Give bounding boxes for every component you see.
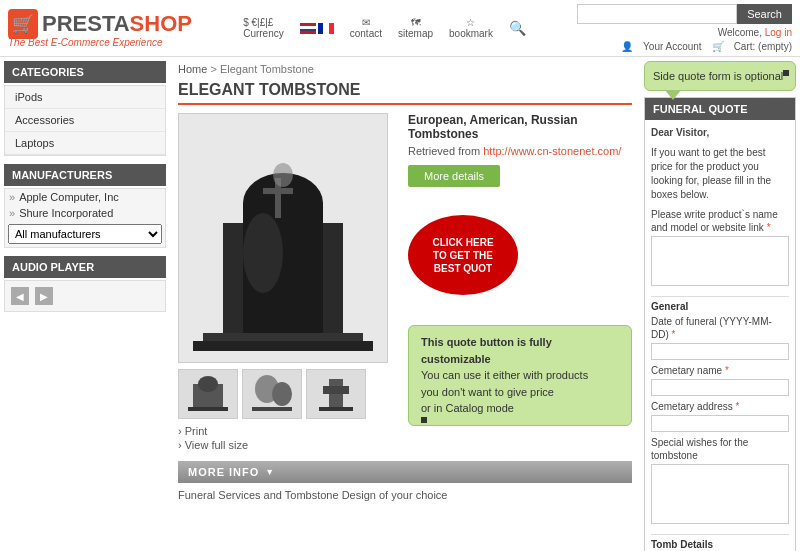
fq-special-wishes-text: Special wishes for the tombstone	[651, 437, 748, 461]
sitemap-label: sitemap	[398, 28, 433, 39]
currency-label[interactable]: Currency	[243, 28, 284, 39]
product-footer-description: Funeral Services and Tombstone Design of…	[178, 489, 632, 501]
funeral-quote-sidebar: Side quote form is optional FUNERAL QUOT…	[640, 57, 800, 551]
account-cart: 👤 Your Account 🛒 Cart: (empty)	[621, 41, 792, 52]
play-button[interactable]: ▶	[35, 287, 53, 305]
print-links: Print View full size	[178, 425, 398, 451]
flags-area[interactable]	[300, 23, 334, 34]
fq-special-wishes-textarea[interactable]	[651, 464, 789, 524]
view-full-link[interactable]: View full size	[178, 439, 398, 451]
login-link[interactable]: Log in	[765, 27, 792, 38]
sidebar-item-ipods[interactable]: iPods	[5, 86, 165, 109]
svg-point-13	[272, 382, 292, 406]
main-product-image[interactable]	[178, 113, 388, 363]
svg-rect-4	[193, 341, 373, 351]
categories-title: CATEGORIES	[4, 61, 166, 83]
manufacturer-select[interactable]: All manufacturers	[8, 224, 162, 244]
more-info-bar[interactable]: MORE INFO	[178, 461, 632, 483]
bookmark-link[interactable]: ☆ bookmark	[449, 17, 493, 39]
welcome-area: Welcome, Log in	[718, 27, 792, 38]
svg-rect-7	[263, 188, 293, 194]
manufacturers-section: Apple Computer, Inc Shure Incorporated A…	[4, 188, 166, 248]
fq-product-label-text: Please write product`s name and model or…	[651, 209, 778, 233]
contact-link[interactable]: ✉ contact	[350, 17, 382, 39]
more-details-button[interactable]: More details	[408, 165, 500, 187]
logo-tagline: The Best E-Commerce Experience	[8, 37, 192, 48]
retrieved-label: Retrieved from	[408, 145, 480, 157]
product-retrieved: Retrieved from http://www.cn-stonenet.co…	[408, 145, 632, 157]
search-input[interactable]	[577, 4, 737, 24]
account-link[interactable]: Your Account	[643, 41, 702, 52]
fq-general-title: General	[651, 301, 789, 312]
fq-divider-2	[651, 534, 789, 535]
fq-required-3: *	[725, 365, 729, 376]
sidebar-item-accessories[interactable]: Accessories	[5, 109, 165, 132]
manufacturer-select-wrap: All manufacturers	[5, 221, 165, 247]
sitemap-link[interactable]: 🗺 sitemap	[398, 17, 433, 39]
product-image-col: Print View full size	[178, 113, 398, 453]
fq-date-funeral-input[interactable]	[651, 343, 789, 360]
thumb-2[interactable]	[242, 369, 302, 419]
flag-fr[interactable]	[318, 23, 334, 34]
bottom-callout-line4: or in Catalog mode	[421, 400, 619, 417]
thumb-3[interactable]	[306, 369, 366, 419]
audio-player: ◀ ▶	[4, 280, 166, 312]
fq-cemetery-address-label: Cemetary address *	[651, 400, 789, 413]
retrieved-url[interactable]: http://www.cn-stonenet.com/	[483, 145, 621, 157]
quote-btn-line3: BEST QUOT	[434, 262, 492, 275]
bookmark-label: bookmark	[449, 28, 493, 39]
fq-cemetery-name-text: Cemetary name	[651, 365, 722, 376]
logo-text: PRESTASHOP	[42, 11, 192, 36]
thumbnails	[178, 369, 398, 419]
currency-area[interactable]: $ €|£|£ Currency	[243, 17, 284, 39]
fq-cemetery-address-input[interactable]	[651, 415, 789, 432]
cart-link[interactable]: Cart: (empty)	[734, 41, 792, 52]
svg-point-10	[198, 376, 218, 392]
main-content: Home > Elegant Tombstone ELEGANT TOMBSTO…	[170, 57, 640, 551]
thumb-1[interactable]	[178, 369, 238, 419]
svg-point-5	[243, 213, 283, 293]
prev-button[interactable]: ◀	[11, 287, 29, 305]
flag-us[interactable]	[300, 23, 316, 34]
bookmark-icon: ☆	[466, 17, 475, 28]
fq-tomb-details-title: Tomb Details	[651, 539, 789, 550]
sidebar-item-laptops[interactable]: Laptops	[5, 132, 165, 155]
bottom-callout-line1: This quote button is fully customizable	[421, 334, 619, 367]
audio-title: AUDIO PLAYER	[4, 256, 166, 278]
fq-product-textarea[interactable]	[651, 236, 789, 286]
logo[interactable]: 🛒 PRESTASHOP	[8, 9, 192, 39]
fq-required-2: *	[672, 329, 676, 340]
categories-menu: iPods Accessories Laptops	[4, 85, 166, 156]
print-link[interactable]: Print	[178, 425, 398, 437]
funeral-quote-title: FUNERAL QUOTE	[645, 98, 795, 120]
logo-area: 🛒 PRESTASHOP The Best E-Commerce Experie…	[8, 9, 192, 48]
svg-rect-17	[319, 407, 353, 411]
funeral-quote-body: Dear Visitor, If you want to get the bes…	[645, 120, 795, 551]
manufacturer-apple[interactable]: Apple Computer, Inc	[5, 189, 165, 205]
side-callout-text: Side quote form is optional	[653, 70, 783, 82]
product-area: Print View full size European, American,…	[178, 113, 632, 453]
logo-icon: 🛒	[8, 9, 38, 39]
breadcrumb: Home > Elegant Tombstone	[178, 63, 632, 75]
page-layout: CATEGORIES iPods Accessories Laptops MAN…	[0, 57, 800, 551]
fq-divider-1	[651, 296, 789, 297]
account-icon: 👤	[621, 41, 633, 52]
bottom-callout-line3: you don't want to give price	[421, 384, 619, 401]
fq-product-label: Please write product`s name and model or…	[651, 208, 789, 234]
quote-btn-line1: CLICK HERE	[432, 236, 493, 249]
search-button[interactable]: Search	[737, 4, 792, 24]
bottom-callout: This quote button is fully customizable …	[408, 325, 632, 426]
currency-symbols[interactable]: $ €|£|£	[243, 17, 273, 28]
click-here-button[interactable]: CLICK HERE TO GET THE BEST QUOT	[408, 215, 518, 295]
svg-point-8	[273, 163, 293, 187]
breadcrumb-home[interactable]: Home	[178, 63, 207, 75]
tombstone-svg	[193, 123, 373, 353]
fq-special-wishes-label: Special wishes for the tombstone	[651, 436, 789, 462]
fq-cemetery-name-input[interactable]	[651, 379, 789, 396]
fq-date-funeral-text: Date of funeral (YYYY-MM-DD)	[651, 316, 772, 340]
logo-cart-icon: 🛒	[12, 13, 34, 35]
manufacturers-title: MANUFACTURERS	[4, 164, 166, 186]
manufacturer-shure[interactable]: Shure Incorporated	[5, 205, 165, 221]
header-middle: $ €|£|£ Currency ✉ contact 🗺 sitemap ☆ b…	[243, 17, 526, 39]
svg-rect-16	[323, 386, 349, 394]
